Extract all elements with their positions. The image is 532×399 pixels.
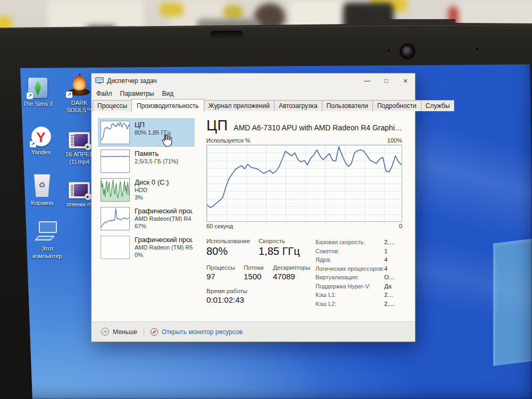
shortcut-arrow-icon: ↗ [30, 141, 36, 147]
chart-x-min: 0 [399, 223, 402, 229]
menu-bar: Файл Параметры Вид [92, 88, 415, 99]
tab-services[interactable]: Службы [421, 100, 454, 111]
performance-sidebar: ЦП 80% 1,85 ГГц Память 2,5/3,5 ГБ (71%) [92, 111, 198, 321]
microphone-dot [388, 49, 390, 52]
indicator-dot [476, 48, 478, 50]
tab-processes[interactable]: Процессы [93, 100, 132, 111]
recycle-bin-icon: ♻ [33, 173, 51, 197]
cpu-performance-pane: ЦП AMD A6-7310 APU with AMD Radeon R4 Gr… [198, 111, 415, 321]
tab-app-history[interactable]: Журнал приложений [204, 100, 275, 111]
task-manager-window: Диспетчер задач — □ × Файл Параметры Вид… [91, 73, 415, 342]
sidebar-item-disk0[interactable]: Диск 0 (C:) HDD 3% [98, 176, 195, 204]
cpu-usage-chart [206, 145, 402, 222]
detail-row: Базовая скорость:2,… [315, 239, 402, 245]
stat-speed: Скорость 1,85 ГГц [259, 238, 300, 257]
pane-title: ЦП [206, 118, 228, 134]
disk-mini-chart [101, 178, 130, 202]
cpu-mini-chart [101, 121, 130, 144]
chevron-up-icon [101, 328, 109, 336]
icon-label: пленки.m [66, 201, 92, 208]
webcam-icon [401, 45, 414, 58]
icon-label: Этоткомпьютер [32, 245, 62, 260]
desktop-icon-this-pc[interactable]: Этоткомпьютер [24, 220, 70, 260]
stat-threads: Потоки 1500 [244, 264, 273, 281]
detail-row: Логических процессоров:4 [315, 265, 402, 272]
detail-row: Виртуализация:О… [315, 274, 402, 280]
title-bar[interactable]: Диспетчер задач — □ × [92, 73, 415, 88]
menu-options[interactable]: Параметры [120, 90, 154, 97]
gpu1-mini-chart [101, 236, 130, 259]
footer-bar: Меньше Открыть монитор ресурсов [92, 321, 415, 342]
sidebar-item-memory[interactable]: Память 2,5/3,5 ГБ (71%) [98, 147, 195, 176]
icon-label: Yandex [31, 148, 51, 156]
icon-label: DARKSOULS™ [66, 99, 92, 114]
detail-row: Сокетов:1 [315, 248, 402, 254]
open-resource-monitor-link[interactable]: Открыть монитор ресурсов [151, 328, 243, 336]
detail-row: Ядра:4 [315, 256, 402, 263]
shortcut-arrow-icon: ↗ [66, 92, 72, 98]
tab-strip: Процессы Производительность Журнал прило… [92, 99, 415, 111]
stat-usage: Использование 80% [206, 238, 259, 257]
gpu0-mini-chart [101, 207, 130, 230]
windows-logo-pane [493, 237, 532, 366]
shortcut-arrow-icon: ↗ [27, 93, 33, 99]
maximize-button[interactable]: □ [377, 74, 396, 87]
lid-latch [210, 31, 243, 38]
sidebar-item-cpu[interactable]: ЦП 80% 1,85 ГГц [98, 118, 195, 147]
desktop-icon-the-sims-3[interactable]: ↗ The Sims 3 [15, 78, 61, 107]
sidebar-item-gpu1[interactable]: Графический проце AMD Radeon (TM) R5 M 0… [98, 233, 195, 262]
tab-startup[interactable]: Автозагрузка [274, 100, 322, 111]
icon-label: 16 АПРЕЛ(1).mp4 [65, 151, 93, 166]
this-pc-icon [37, 220, 58, 243]
cpu-stats: Использование 80% Скорость 1,85 ГГц [206, 238, 315, 311]
detail-row: Кэш L2:2,… [315, 301, 402, 307]
photo-scene: ↗ The Sims 3 ↗ DARKSOULS™ Y ↗ Yandex ▶ 1… [0, 0, 532, 399]
stat-uptime: Время работы 0:01:02:43 [206, 288, 247, 304]
icon-label: The Sims 3 [23, 100, 53, 107]
close-button[interactable]: × [396, 74, 415, 87]
stat-processes: Процессы 97 [206, 264, 244, 281]
stat-handles: Дескрипторы 47089 [273, 264, 310, 281]
chart-x-label: 60 секунд [206, 223, 233, 229]
detail-row: Поддержка Hyper-V:Да [315, 283, 402, 289]
tab-users[interactable]: Пользователи [322, 100, 373, 111]
chart-y-label: Используется % [206, 137, 251, 144]
footer-separator [144, 328, 144, 336]
tab-performance[interactable]: Производительность [131, 99, 204, 112]
minimize-button[interactable]: — [358, 74, 377, 87]
sidebar-item-gpu0[interactable]: Графический проце AMD Radeon(TM) R4 G 67… [98, 204, 195, 233]
task-manager-app-icon [95, 77, 104, 84]
video-file-icon: ▶ [69, 132, 90, 148]
cpu-details: Базовая скорость:2,… Сокетов:1 Ядра:4 Ло… [315, 238, 402, 311]
cpu-name: AMD A6-7310 APU with AMD Radeon R4 Graph… [234, 123, 402, 132]
menu-file[interactable]: Файл [96, 90, 112, 97]
tab-details[interactable]: Подробности [372, 100, 421, 111]
resource-monitor-icon [151, 328, 158, 336]
fewer-details-button[interactable]: Меньше [101, 328, 137, 336]
detail-row: Кэш L1:2… [315, 292, 402, 298]
hand-cursor-icon [161, 134, 172, 147]
chart-y-max: 100% [387, 137, 402, 144]
window-title: Диспетчер задач [107, 77, 157, 85]
video-file-icon: ▶ [69, 182, 90, 198]
menu-view[interactable]: Вид [162, 90, 173, 97]
memory-mini-chart [101, 149, 130, 173]
icon-label: Корзина [31, 199, 53, 206]
